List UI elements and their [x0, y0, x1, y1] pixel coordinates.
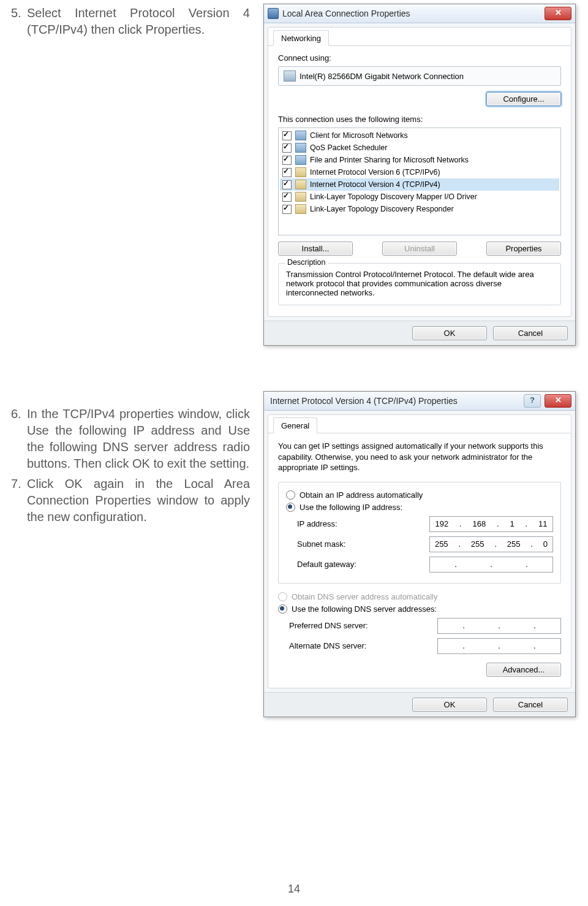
- subnet-mask-input[interactable]: 255. 255. 255. 0: [429, 536, 553, 552]
- adapter-name: Intel(R) 82566DM Gigabit Network Connect…: [300, 72, 464, 81]
- ip-address-row: IP address: 192. 168. 1. 11: [286, 516, 553, 532]
- description-legend: Description: [285, 258, 328, 267]
- ip-address-input[interactable]: 192. 168. 1. 11: [429, 516, 553, 532]
- page-number: 14: [0, 883, 588, 896]
- radio-label: Obtain an IP address automatically: [300, 490, 423, 500]
- radio-label: Use the following IP address:: [300, 503, 402, 512]
- step-number: 6.: [11, 406, 27, 472]
- items-listbox[interactable]: Client for Microsoft Networks QoS Packet…: [278, 128, 561, 235]
- component-icon: [295, 155, 306, 165]
- items-label: This connection uses the following items…: [278, 115, 561, 124]
- description-group: Description Transmission Control Protoco…: [278, 263, 561, 305]
- dialog-footer: OK Cancel: [264, 692, 575, 717]
- dialog-body: General You can get IP settings assigned…: [268, 414, 571, 688]
- preferred-dns-label: Preferred DNS server:: [289, 621, 368, 630]
- alternate-dns-label: Alternate DNS server:: [289, 641, 366, 650]
- titlebar[interactable]: Internet Protocol Version 4 (TCP/IPv4) P…: [264, 392, 575, 411]
- alternate-dns-input[interactable]: . . .: [437, 638, 561, 654]
- window-title: Local Area Connection Properties: [282, 9, 545, 18]
- radio-label: Use the following DNS server addresses:: [292, 604, 437, 614]
- step-text: Click OK again in the Local Area Connect…: [27, 476, 250, 525]
- instruction-column: 5. Select Internet Protocol Version 4 (T…: [11, 5, 250, 529]
- help-icon[interactable]: ?: [524, 394, 541, 408]
- checkbox-icon[interactable]: [282, 192, 292, 202]
- subnet-mask-label: Subnet mask:: [297, 539, 346, 549]
- component-icon: [295, 204, 306, 214]
- ip-settings-group: Obtain an IP address automatically Use t…: [278, 482, 561, 584]
- step-text: In the TCP/IPv4 properties window, click…: [27, 406, 250, 472]
- component-icon: [295, 180, 306, 189]
- close-icon[interactable]: ✕: [545, 7, 571, 20]
- local-area-connection-properties-dialog: Local Area Connection Properties ✕ Netwo…: [263, 4, 576, 346]
- checkbox-icon[interactable]: [282, 180, 292, 189]
- list-item[interactable]: Link-Layer Topology Discovery Mapper I/O…: [280, 191, 559, 203]
- window-title: Internet Protocol Version 4 (TCP/IPv4) P…: [268, 396, 524, 406]
- default-gateway-input[interactable]: . . .: [429, 557, 553, 573]
- configure-button[interactable]: Configure...: [486, 92, 561, 106]
- description-text: Transmission Control Protocol/Internet P…: [286, 270, 534, 297]
- checkbox-icon[interactable]: [282, 168, 292, 177]
- ipv4-properties-dialog: Internet Protocol Version 4 (TCP/IPv4) P…: [263, 391, 576, 717]
- tab-general[interactable]: General: [273, 417, 317, 433]
- tab-pane: Connect using: Intel(R) 82566DM Gigabit …: [268, 46, 571, 313]
- component-icon: [295, 131, 306, 140]
- tabstrip: Networking: [268, 30, 571, 46]
- preferred-dns-row: Preferred DNS server: . . .: [278, 618, 561, 634]
- step-5: 5. Select Internet Protocol Version 4 (T…: [11, 5, 250, 38]
- checkbox-icon[interactable]: [282, 156, 292, 165]
- radio-icon: [278, 592, 287, 601]
- list-item[interactable]: QoS Packet Scheduler: [280, 142, 559, 154]
- radio-label: Obtain DNS server address automatically: [292, 592, 437, 601]
- radio-icon[interactable]: [278, 604, 287, 614]
- list-item[interactable]: Link-Layer Topology Discovery Responder: [280, 203, 559, 215]
- checkbox-icon[interactable]: [282, 143, 292, 153]
- use-ip-radio[interactable]: Use the following IP address:: [286, 503, 553, 512]
- subnet-mask-row: Subnet mask: 255. 255. 255. 0: [286, 536, 553, 552]
- radio-icon[interactable]: [286, 490, 295, 500]
- properties-button[interactable]: Properties: [486, 242, 561, 256]
- checkbox-icon[interactable]: [282, 131, 292, 140]
- preferred-dns-input[interactable]: . . .: [437, 618, 561, 634]
- checkbox-icon[interactable]: [282, 205, 292, 214]
- advanced-button[interactable]: Advanced...: [486, 663, 561, 677]
- list-item[interactable]: File and Printer Sharing for Microsoft N…: [280, 154, 559, 166]
- dialog-body: Networking Connect using: Intel(R) 82566…: [268, 27, 571, 317]
- step-7: 7. Click OK again in the Local Area Conn…: [11, 476, 250, 525]
- alternate-dns-row: Alternate DNS server: . . .: [278, 638, 561, 654]
- tab-networking[interactable]: Networking: [273, 30, 329, 46]
- default-gateway-row: Default gateway: . . .: [286, 557, 553, 573]
- component-icon: [295, 143, 306, 153]
- step-6: 6. In the TCP/IPv4 properties window, cl…: [11, 406, 250, 472]
- step-number: 5.: [11, 5, 27, 38]
- component-icon: [295, 192, 306, 202]
- use-dns-radio[interactable]: Use the following DNS server addresses:: [278, 604, 561, 614]
- ok-button[interactable]: OK: [412, 698, 487, 712]
- adapter-field: Intel(R) 82566DM Gigabit Network Connect…: [278, 66, 561, 86]
- tab-pane: You can get IP settings assigned automat…: [268, 433, 571, 684]
- cancel-button[interactable]: Cancel: [493, 698, 568, 712]
- list-item[interactable]: Client for Microsoft Networks: [280, 129, 559, 142]
- component-icon: [295, 167, 306, 177]
- tabstrip: General: [268, 417, 571, 433]
- close-icon[interactable]: ✕: [545, 394, 571, 408]
- ok-button[interactable]: OK: [412, 326, 487, 340]
- list-item-selected[interactable]: Internet Protocol Version 4 (TCP/IPv4): [280, 178, 559, 191]
- step-text: Select Internet Protocol Version 4 (TCP/…: [27, 5, 250, 38]
- radio-icon[interactable]: [286, 503, 295, 512]
- install-button[interactable]: Install...: [278, 242, 353, 256]
- uninstall-button: Uninstall: [382, 242, 457, 256]
- info-text: You can get IP settings assigned automat…: [278, 441, 561, 473]
- obtain-dns-radio: Obtain DNS server address automatically: [278, 592, 561, 601]
- connect-using-label: Connect using:: [278, 53, 561, 63]
- window-icon: [268, 8, 279, 19]
- nic-icon: [284, 70, 296, 82]
- ip-address-label: IP address:: [297, 519, 337, 528]
- obtain-ip-radio[interactable]: Obtain an IP address automatically: [286, 490, 553, 500]
- default-gateway-label: Default gateway:: [297, 560, 356, 569]
- step-number: 7.: [11, 476, 27, 525]
- titlebar[interactable]: Local Area Connection Properties ✕: [264, 4, 575, 23]
- dialog-footer: OK Cancel: [264, 321, 575, 345]
- cancel-button[interactable]: Cancel: [493, 326, 568, 340]
- list-item[interactable]: Internet Protocol Version 6 (TCP/IPv6): [280, 166, 559, 178]
